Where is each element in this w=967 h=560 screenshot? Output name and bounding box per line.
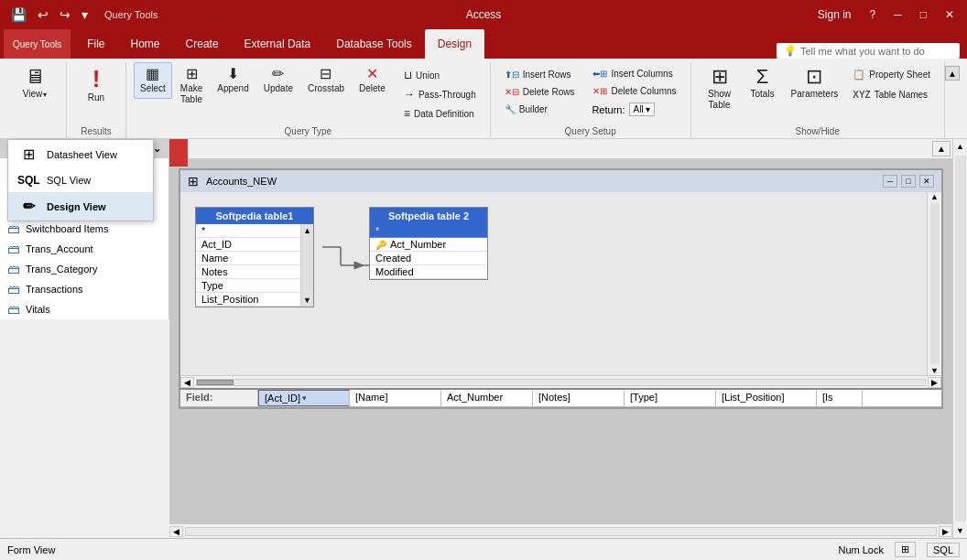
tab-database-tools[interactable]: Database Tools [323,29,425,59]
union-btn[interactable]: ⊔ Union [397,66,483,84]
tab-home[interactable]: Home [118,29,173,59]
right-vscroll[interactable]: ▲ ▼ [952,139,967,538]
right-scroll-track [955,156,966,522]
grid-cell-type[interactable]: [Type] [625,390,716,406]
hscroll-left[interactable]: ◀ [180,377,194,388]
sidebar-item-trans-account[interactable]: 🗃 Trans_Account [0,239,168,259]
delete-rows-btn[interactable]: ✕⊟ Delete Rows [498,84,581,100]
grid-cell-actid[interactable]: [Act_ID] ▾ [258,390,350,406]
view-btn[interactable]: 🖥 View ▾ [11,62,59,104]
ribbon-collapse-btn[interactable]: ▲ [945,66,960,81]
datasheet-icon: ⊞ [17,145,39,163]
canvas-scroll-up-arrow[interactable]: ▲ [930,192,939,201]
main-hscroll[interactable]: ◀ ▶ [169,523,952,538]
totals-btn[interactable]: Σ Totals [743,62,783,104]
main-hscroll-track [185,527,937,536]
delete-btn[interactable]: ✕ Delete [353,62,392,99]
grid-cell-listpos[interactable]: [List_Position] [716,390,817,406]
select-label: Select [140,83,166,94]
query-grid: Field: [Act_ID] ▾ [Name] Act_Number [Not… [180,388,941,407]
save-quick-btn[interactable]: 💾 [7,5,30,24]
sidebar-item-transactions[interactable]: 🗃 Transactions [0,279,168,299]
status-grid-view-btn[interactable]: ⊞ [895,542,916,557]
minimize-btn[interactable]: ─ [888,6,907,23]
close-btn[interactable]: ✕ [940,6,960,23]
select-btn[interactable]: ▦ Select [134,62,172,99]
hscroll-right[interactable]: ▶ [928,377,941,388]
table1-field-notes: Notes [196,265,300,279]
view-item-design[interactable]: ✏ Design View [8,192,153,221]
tab-create[interactable]: Create [173,29,232,59]
table1-scroll-down[interactable]: ▼ [303,296,311,305]
sidebar-item-vitals[interactable]: 🗃 Vitals [0,299,168,319]
grid-cell-notes[interactable]: [Notes] [533,390,625,406]
key-icon: 🔑 [375,240,386,250]
title-bar: 💾 ↩ ↪ ▾ Query Tools Access Sign in ? ─ □… [0,0,967,29]
num-lock-label: Num Lock [838,544,884,555]
sub-window-hscroll[interactable]: ◀ ▶ [180,375,941,388]
return-dropdown[interactable]: All ▾ [629,102,655,116]
pass-through-label: Pass-Through [418,90,476,100]
return-label: Return: [592,104,625,115]
scroll-up-btn[interactable]: ▲ [932,141,951,156]
tab-design[interactable]: Design [425,29,484,59]
data-definition-btn[interactable]: ≡ Data Definition [397,104,483,123]
redo-btn[interactable]: ↪ [56,5,74,24]
grid-cell-actnumber[interactable]: Act_Number [441,390,533,406]
return-value: All [634,104,644,114]
pass-through-btn[interactable]: → Pass-Through [397,85,483,103]
view-item-sql[interactable]: SQL SQL View [8,168,153,192]
title-bar-right: Sign in ? ─ □ ✕ [812,6,960,23]
crosstab-btn[interactable]: ⊟ Crosstab [301,62,351,99]
help-btn[interactable]: ? [864,6,882,23]
table2-field-star-highlighted: * [370,224,487,238]
tab-external-data[interactable]: External Data [232,29,324,59]
update-btn[interactable]: ✏ Update [257,62,299,99]
table2-body: * 🔑 Act_Number Created Modified [370,224,487,279]
top-scroll-controls: ▲ [169,139,952,159]
sidebar-label-trans-account: Trans_Account [26,243,93,254]
append-btn[interactable]: ⬇ Append [211,62,255,99]
canvas-scroll-down-arrow[interactable]: ▼ [930,366,939,375]
sub-win-maximize-btn[interactable]: □ [901,175,916,188]
delete-columns-btn[interactable]: ✕⊞ Delete Columns [586,83,682,99]
right-scroll-up[interactable]: ▲ [953,139,967,154]
sub-win-close-btn[interactable]: ✕ [919,175,934,188]
context-tab-label: Query Tools [4,29,71,59]
right-scroll-down[interactable]: ▼ [953,523,967,538]
delete-cols-icon: ✕⊞ [592,86,607,96]
delete-rows-icon: ✕⊟ [505,87,519,97]
run-btn[interactable]: ! Run [74,62,118,108]
grid-cell-is[interactable]: [Is [817,390,863,406]
view-dropdown-arrow: ▾ [43,91,47,99]
tab-file[interactable]: File [74,29,117,59]
tell-me-bar[interactable]: 💡 Tell me what you want to do [777,43,960,59]
view-item-datasheet[interactable]: ⊞ Datasheet View [8,140,153,168]
sql-icon: SQL [17,174,39,187]
sidebar-item-trans-category[interactable]: 🗃 Trans_Category [0,259,168,279]
quick-access-more[interactable]: ▾ [78,5,92,24]
make-table-btn[interactable]: ⊞ MakeTable [174,62,209,110]
undo-btn[interactable]: ↩ [34,5,52,24]
parameters-btn[interactable]: ⊡ Parameters [785,62,845,104]
sidebar-header-arrow: ⌄ [153,143,161,155]
status-sql-btn[interactable]: SQL [927,543,960,557]
insert-rows-btn[interactable]: ⬆⊟ Insert Rows [498,67,581,82]
table1-scroll-up[interactable]: ▲ [303,226,311,235]
show-table-btn[interactable]: ⊞ ShowTable [699,62,741,115]
canvas-vscroll[interactable]: ▲ ▼ [927,192,941,375]
grid-cell-name[interactable]: [Name] [350,390,441,406]
main-hscroll-left[interactable]: ◀ [169,526,183,537]
insert-columns-btn[interactable]: ⬅⊞ Insert Columns [586,66,682,81]
sub-win-minimize-btn[interactable]: ─ [883,175,897,188]
main-hscroll-right[interactable]: ▶ [939,526,952,537]
main-content: All Access Objects ⌄ 🗃 Reconciliations 🗃… [0,139,967,538]
sidebar-item-switchboard-items[interactable]: 🗃 Switchboard Items [0,219,168,239]
grid-actid-dropdown[interactable]: ▾ [302,393,307,403]
signin-btn[interactable]: Sign in [812,6,857,23]
maximize-btn[interactable]: □ [915,6,932,23]
select-icon: ▦ [146,67,159,81]
property-sheet-btn[interactable]: 📋 Property Sheet [846,66,937,83]
table-names-btn[interactable]: XYZ Table Names [846,87,937,102]
builder-btn[interactable]: 🔧 Builder [498,102,581,117]
